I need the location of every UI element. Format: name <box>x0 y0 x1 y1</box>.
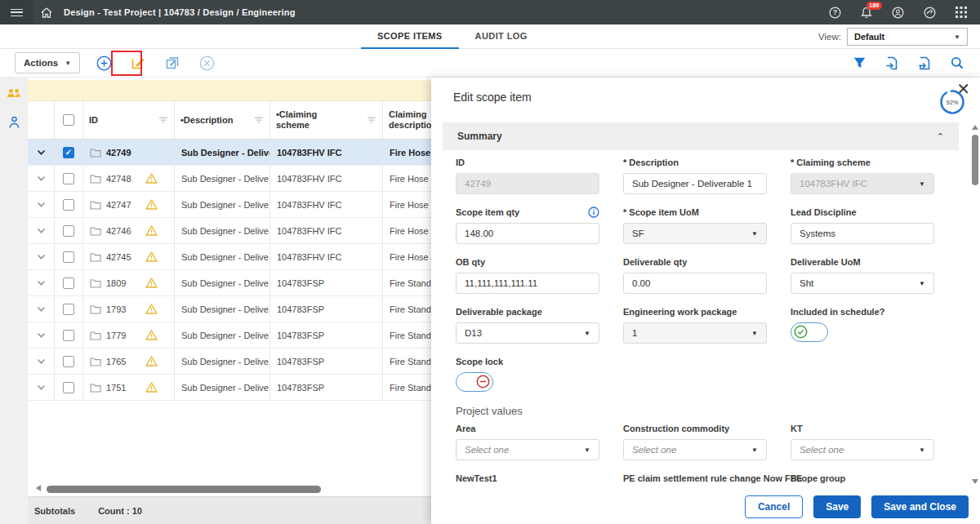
deliverable-uom-select[interactable]: Sht ▼ <box>791 273 934 294</box>
row-checkbox[interactable] <box>63 278 74 289</box>
export-button[interactable] <box>918 56 931 70</box>
folder-icon <box>90 331 101 340</box>
row-checkbox[interactable] <box>63 225 74 237</box>
deliverable-package-select[interactable]: D13 ▼ <box>456 322 599 344</box>
area-select[interactable]: Select one ▼ <box>456 439 599 460</box>
description-cell: Sub Designer - Delive... <box>175 322 270 348</box>
description-cell: Sub Designer - Delive... <box>175 166 270 191</box>
row-checkbox[interactable] <box>63 304 74 315</box>
row-checkbox[interactable] <box>63 251 74 263</box>
row-expand-chevron[interactable] <box>28 270 55 295</box>
cancel-button[interactable]: Cancel <box>745 495 803 518</box>
field-claiming-scheme: * Claiming scheme 104783FHV IFC ▼ <box>791 157 934 194</box>
included-in-schedule-toggle[interactable] <box>791 322 828 342</box>
assigned-team-icon[interactable] <box>0 81 28 105</box>
row-checkbox[interactable] <box>63 382 74 393</box>
kt-select[interactable]: Select one ▼ <box>791 439 934 460</box>
row-checkbox-cell[interactable]: ✓ <box>55 140 83 165</box>
row-checkbox-cell[interactable] <box>55 375 83 400</box>
engineering-work-package-select[interactable]: 1 ▼ <box>623 322 767 344</box>
save-and-close-button[interactable]: Save and Close <box>871 495 969 518</box>
panel-scrollbar[interactable] <box>971 125 979 484</box>
chevron-down-icon: ▼ <box>751 330 758 337</box>
header-description[interactable]: •Description <box>175 101 270 139</box>
lead-discipline-input[interactable]: Systems <box>791 223 934 244</box>
horizontal-scrollbar[interactable] <box>47 486 321 493</box>
row-checkbox-cell[interactable] <box>55 270 83 295</box>
home-icon[interactable] <box>41 7 52 18</box>
scope-lock-toggle[interactable] <box>456 372 493 392</box>
notifications-bell-icon[interactable]: 189 <box>861 7 872 19</box>
description-cell: Sub Designer - Delive... <box>175 270 270 295</box>
deliverable-qty-label: Deliverable qty <box>623 257 687 267</box>
row-expand-chevron[interactable] <box>28 375 55 400</box>
add-item-button[interactable] <box>87 56 121 71</box>
tab-scope-items[interactable]: SCOPE ITEMS <box>361 24 459 49</box>
scroll-down-arrow[interactable] <box>972 479 978 484</box>
header-claiming-scheme[interactable]: •Claiming scheme <box>270 101 383 139</box>
hamburger-menu-icon[interactable] <box>0 0 33 24</box>
account-icon[interactable] <box>892 7 904 19</box>
row-checkbox[interactable] <box>63 199 74 211</box>
share-redirect-icon[interactable] <box>924 7 936 19</box>
row-expand-chevron[interactable] <box>28 322 55 348</box>
scope-item-uom-select[interactable]: SF ▼ <box>623 223 767 244</box>
select-all-checkbox[interactable] <box>63 114 74 126</box>
column-filter-icon[interactable] <box>254 117 264 124</box>
row-checkbox-cell[interactable] <box>55 296 83 322</box>
row-checkbox[interactable]: ✓ <box>63 147 74 158</box>
row-expand-chevron[interactable] <box>28 192 55 217</box>
row-expand-chevron[interactable] <box>28 218 55 243</box>
header-select-all[interactable] <box>55 101 83 139</box>
import-button[interactable] <box>885 56 898 70</box>
ob-qty-input[interactable]: 11,111,111,111.11 <box>456 273 599 294</box>
row-checkbox-cell[interactable] <box>55 218 83 243</box>
row-checkbox-cell[interactable] <box>55 166 83 191</box>
row-checkbox-cell[interactable] <box>55 349 83 374</box>
row-expand-chevron[interactable] <box>28 166 55 191</box>
edit-item-button[interactable] <box>121 56 155 70</box>
row-expand-chevron[interactable] <box>28 140 55 165</box>
breadcrumb[interactable]: Design - Test Project | 104783 / Design … <box>64 7 296 17</box>
area-label: Area <box>456 424 475 433</box>
header-id[interactable]: ID <box>83 101 175 139</box>
row-checkbox[interactable] <box>63 330 74 341</box>
row-checkbox-cell[interactable] <box>55 192 83 217</box>
chevron-down-icon: ▼ <box>751 230 758 238</box>
row-expand-chevron[interactable] <box>28 349 55 374</box>
progress-value: 92% <box>946 99 958 106</box>
summary-section-header[interactable]: Summary ⌃ <box>443 122 959 150</box>
filter-button[interactable] <box>853 57 866 69</box>
info-icon[interactable] <box>588 206 599 218</box>
help-icon[interactable]: ? <box>829 7 841 19</box>
search-icon[interactable] <box>951 56 964 69</box>
scope-item-qty-input[interactable]: 148.00 <box>456 223 599 244</box>
row-checkbox-cell[interactable] <box>55 244 83 269</box>
hscroll-left-arrow[interactable] <box>36 485 41 491</box>
warning-icon <box>145 304 158 314</box>
actions-button[interactable]: Actions ▼ <box>15 52 80 73</box>
deactivate-item-button[interactable] <box>189 56 224 71</box>
apps-grid-icon[interactable] <box>956 7 967 18</box>
vertical-scrollbar-thumb[interactable] <box>972 135 978 185</box>
scroll-up-arrow[interactable] <box>972 125 978 130</box>
description-input[interactable]: Sub Designer - Deliverable 1 <box>623 173 767 194</box>
row-checkbox[interactable] <box>63 173 74 184</box>
row-expand-chevron[interactable] <box>28 244 55 269</box>
row-expand-chevron[interactable] <box>28 296 55 322</box>
row-checkbox-cell[interactable] <box>55 322 83 348</box>
tab-audit-log[interactable]: AUDIT LOG <box>459 24 544 49</box>
field-id: ID 42749 <box>456 157 599 194</box>
claiming-scheme-cell: 104783FSP <box>270 270 383 295</box>
column-filter-icon[interactable] <box>367 117 376 124</box>
column-filter-icon[interactable] <box>158 117 168 124</box>
view-dropdown[interactable]: Default ▼ <box>847 28 968 46</box>
construction-commodity-select[interactable]: Select one ▼ <box>623 439 767 460</box>
row-checkbox[interactable] <box>63 356 74 367</box>
id-cell: 1751 <box>83 375 175 400</box>
copy-item-button[interactable] <box>155 56 189 70</box>
chevron-down-icon: ▼ <box>65 60 71 67</box>
deliverable-qty-input[interactable]: 0.00 <box>623 273 767 294</box>
assigned-user-icon[interactable] <box>0 110 28 135</box>
save-button[interactable]: Save <box>813 495 861 518</box>
